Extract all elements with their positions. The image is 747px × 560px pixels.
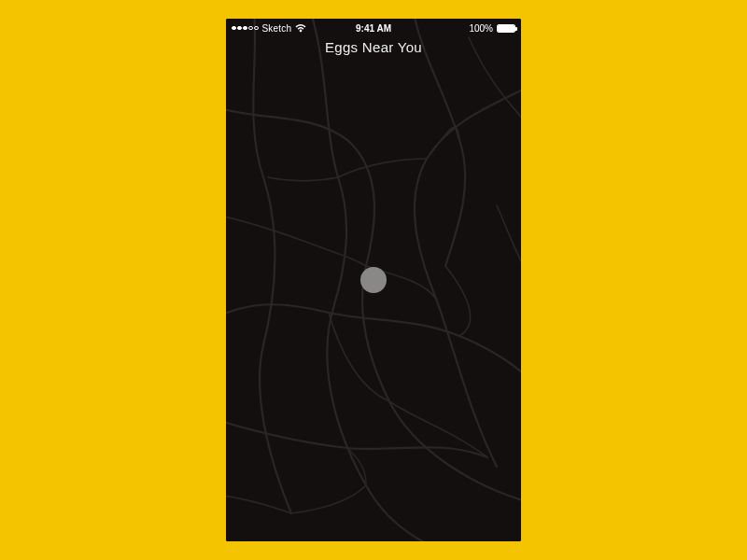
- battery-icon: [497, 24, 515, 33]
- status-right: 100%: [469, 23, 515, 34]
- status-bar: Sketch 9:41 AM 100%: [226, 19, 521, 37]
- page-title: Eggs Near You: [226, 39, 521, 55]
- battery-percentage: 100%: [469, 23, 493, 34]
- status-left: Sketch: [232, 23, 306, 34]
- phone-screen: Sketch 9:41 AM 100% Eggs Near You: [226, 19, 521, 541]
- current-location-marker[interactable]: [360, 267, 387, 293]
- signal-strength-icon: [232, 26, 259, 31]
- wifi-icon: [295, 24, 306, 33]
- carrier-label: Sketch: [262, 23, 292, 34]
